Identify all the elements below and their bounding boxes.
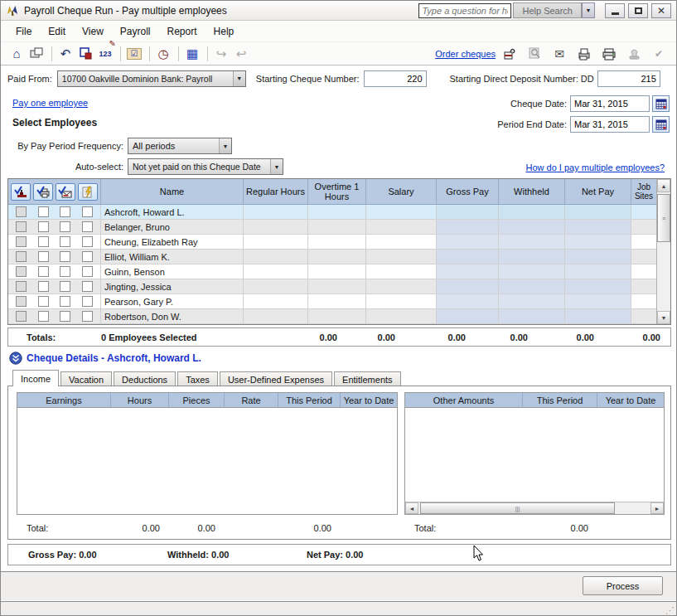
column-header-pieces[interactable]: Pieces	[169, 393, 225, 407]
scroll-up-icon[interactable]: ▲	[657, 179, 670, 192]
employee-row[interactable]: Robertson, Don W.	[8, 309, 656, 324]
menu-file[interactable]: File	[7, 23, 40, 40]
checklist-icon[interactable]: ☑	[125, 46, 143, 62]
scroll-right-icon[interactable]: ►	[650, 502, 664, 514]
menu-report[interactable]: Report	[159, 23, 206, 40]
tab-vacation[interactable]: Vacation	[60, 371, 112, 386]
direct-deposit-checkbox[interactable]	[82, 296, 93, 307]
horizontal-scrollbar[interactable]: ◄ ||| ►	[405, 502, 664, 514]
email-checkbox[interactable]	[60, 221, 70, 232]
email-icon[interactable]: ✉	[550, 46, 568, 62]
menu-help[interactable]: Help	[206, 23, 243, 40]
menu-view[interactable]: View	[74, 23, 112, 40]
column-header-other-amounts[interactable]: Other Amounts	[405, 393, 523, 407]
email-checkbox[interactable]	[60, 206, 70, 217]
print-setup-icon[interactable]	[27, 46, 46, 62]
frequency-select[interactable]: All periods ▼	[128, 138, 232, 154]
recall-entry-icon[interactable]: ↩	[232, 46, 250, 62]
restore-button[interactable]	[628, 3, 648, 18]
print-checkbox[interactable]	[38, 251, 49, 262]
select-all-print-button[interactable]	[33, 183, 53, 201]
other-amounts-table-body[interactable]	[405, 408, 664, 502]
close-button[interactable]: ✕	[651, 3, 671, 18]
email-checkbox[interactable]	[60, 296, 70, 307]
direct-deposit-checkbox[interactable]	[82, 311, 93, 322]
how-do-i-link[interactable]: How do I pay multiple employees?	[525, 162, 665, 172]
home-icon[interactable]: ⌂	[7, 46, 26, 62]
process-check-icon[interactable]: ✔	[650, 46, 668, 62]
column-header-gross-pay[interactable]: Gross Pay	[437, 179, 499, 204]
earnings-table-body[interactable]	[17, 408, 397, 514]
print-checkbox[interactable]	[38, 296, 49, 307]
email-checkbox[interactable]	[60, 281, 70, 292]
help-search-dropdown-button[interactable]: ▼	[582, 2, 595, 18]
process-button[interactable]: Process	[583, 576, 663, 595]
print-checkbox[interactable]	[38, 206, 49, 217]
tab-income[interactable]: Income	[12, 370, 59, 386]
pay-one-employee-link[interactable]: Pay one employee	[12, 98, 88, 108]
order-cheques-link[interactable]: Order cheques	[435, 49, 496, 59]
period-end-calendar-button[interactable]	[652, 116, 670, 133]
lookup-icon[interactable]	[525, 46, 544, 62]
column-header-salary[interactable]: Salary	[366, 179, 437, 204]
column-header-earnings[interactable]: Earnings	[17, 393, 111, 407]
email-checkbox[interactable]	[60, 311, 70, 322]
menu-edit[interactable]: Edit	[40, 23, 74, 40]
column-header-regular-hours[interactable]: Regular Hours	[244, 179, 308, 204]
column-header-net-pay[interactable]: Net Pay	[565, 179, 631, 204]
print-checkbox[interactable]	[38, 236, 49, 247]
period-end-input[interactable]	[570, 116, 650, 133]
cheque-checkbox[interactable]	[16, 266, 27, 277]
tab-taxes[interactable]: Taxes	[177, 371, 218, 386]
scrollbar-thumb[interactable]: ≡	[657, 194, 670, 242]
direct-deposit-checkbox[interactable]	[82, 206, 93, 217]
store-entry-icon[interactable]: ↪	[212, 46, 230, 62]
starting-dd-number-input[interactable]	[597, 70, 660, 87]
employee-row[interactable]: Belanger, Bruno	[8, 220, 656, 235]
cheque-checkbox[interactable]	[16, 311, 27, 322]
column-header-year-to-date[interactable]: Year to Date	[341, 393, 397, 407]
renumber-icon[interactable]: 123✎	[96, 46, 114, 62]
cheque-checkbox[interactable]	[16, 251, 27, 262]
employee-row[interactable]: Ashcroft, Howard L.	[8, 205, 656, 220]
calculator-icon[interactable]: ▦	[183, 46, 201, 62]
buy-supplies-icon[interactable]	[500, 46, 519, 62]
column-header-name[interactable]: Name	[101, 179, 244, 204]
cheque-date-calendar-button[interactable]	[652, 95, 670, 112]
print-checkbox[interactable]	[38, 221, 49, 232]
column-header-overtime-hours[interactable]: Overtime 1 Hours	[308, 179, 366, 204]
column-header-rate[interactable]: Rate	[225, 393, 278, 407]
autoselect-select[interactable]: Not yet paid on this Cheque Date ▼	[128, 158, 283, 175]
print-checkbox[interactable]	[38, 311, 49, 322]
print-icon[interactable]	[600, 46, 618, 62]
help-question-input[interactable]	[418, 3, 511, 18]
direct-deposit-checkbox[interactable]	[82, 281, 93, 292]
select-all-cheque-button[interactable]	[11, 183, 31, 201]
employee-row[interactable]: Elliot, William K.	[8, 250, 656, 264]
time-slips-icon[interactable]: ◷	[154, 46, 172, 62]
stamp-icon[interactable]	[625, 46, 643, 62]
customize-icon[interactable]	[76, 46, 94, 62]
menu-payroll[interactable]: Payroll	[112, 23, 159, 40]
employee-row[interactable]: Cheung, Elizabeth Ray	[8, 235, 656, 250]
column-header-this-period[interactable]: This Period	[278, 393, 341, 407]
cheque-date-input[interactable]	[570, 95, 650, 112]
paid-from-select[interactable]: 10700 Oakville Dominion Bank: Payroll ▼	[57, 70, 246, 87]
scroll-down-icon[interactable]: ▼	[657, 311, 670, 324]
vertical-scrollbar[interactable]: ▲ ≡ ▼	[656, 179, 670, 324]
scroll-left-icon[interactable]: ◄	[405, 502, 418, 514]
cheque-checkbox[interactable]	[16, 296, 27, 307]
direct-deposit-checkbox[interactable]	[82, 221, 93, 232]
column-header-job-sites[interactable]: Job Sites	[631, 179, 656, 204]
resize-grip[interactable]: ⋰	[665, 605, 675, 615]
email-checkbox[interactable]	[60, 266, 70, 277]
minimize-button[interactable]	[605, 3, 625, 18]
cheque-checkbox[interactable]	[16, 281, 27, 292]
cheque-checkbox[interactable]	[16, 206, 27, 217]
column-header-withheld[interactable]: Withheld	[499, 179, 565, 204]
email-checkbox[interactable]	[60, 236, 70, 247]
select-all-direct-deposit-button[interactable]	[78, 183, 98, 201]
tab-entitlements[interactable]: Entitlements	[334, 371, 401, 386]
column-header-this-period[interactable]: This Period	[523, 393, 597, 407]
column-header-year-to-date[interactable]: Year to Date	[597, 393, 664, 407]
